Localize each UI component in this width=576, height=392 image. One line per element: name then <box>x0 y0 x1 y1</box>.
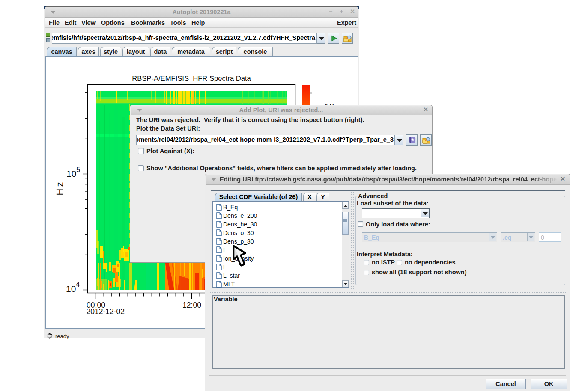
svg-text:105: 105 <box>66 166 80 179</box>
svg-text:12:00: 12:00 <box>182 301 201 309</box>
svg-text:104: 104 <box>66 281 80 294</box>
svg-text:Hz: Hz <box>54 181 65 196</box>
svg-text:2012-12-02: 2012-12-02 <box>87 307 125 316</box>
